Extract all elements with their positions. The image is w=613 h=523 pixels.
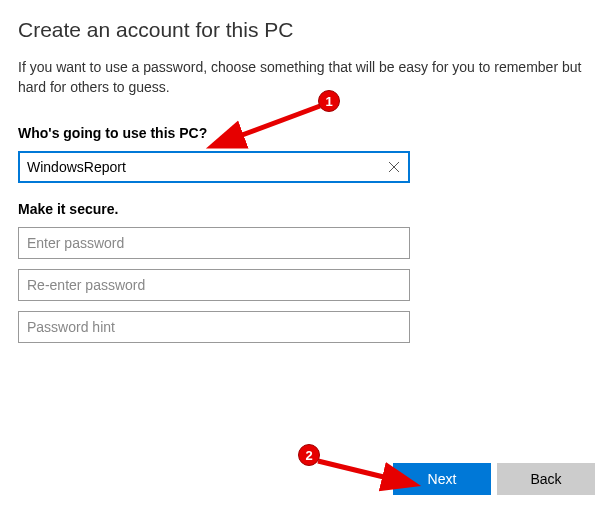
password-description: If you want to use a password, choose so… (18, 58, 588, 97)
page-title: Create an account for this PC (18, 18, 595, 42)
button-row: Next Back (393, 463, 595, 495)
next-button[interactable]: Next (393, 463, 491, 495)
clear-username-button[interactable] (378, 151, 410, 183)
password-hint-input[interactable] (18, 311, 410, 343)
username-section-label: Who's going to use this PC? (18, 125, 595, 141)
annotation-badge-2: 2 (298, 444, 320, 466)
password-input[interactable] (18, 227, 410, 259)
close-icon (388, 161, 400, 173)
username-input[interactable] (18, 151, 410, 183)
back-button[interactable]: Back (497, 463, 595, 495)
svg-line-3 (318, 461, 392, 479)
confirm-password-input[interactable] (18, 269, 410, 301)
secure-section-label: Make it secure. (18, 201, 595, 217)
